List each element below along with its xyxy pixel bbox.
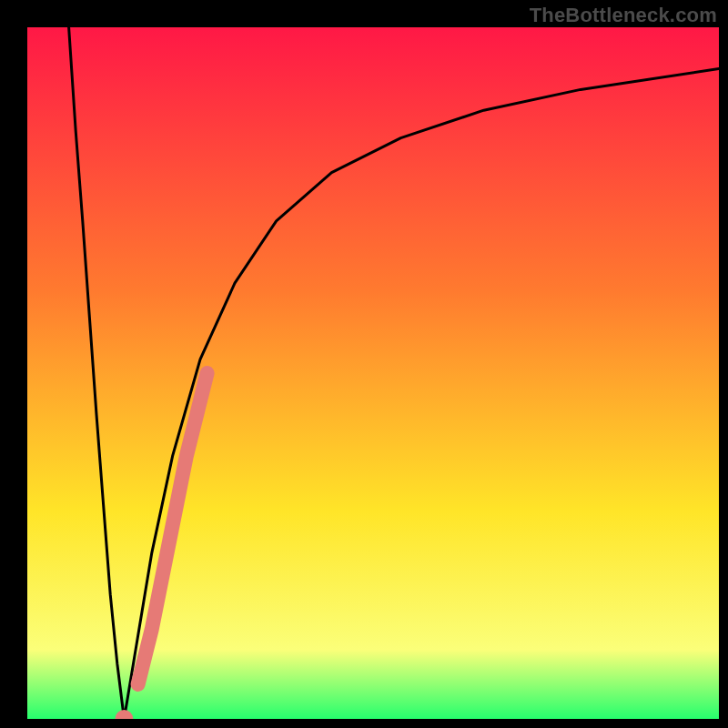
chart-frame: TheBottleneck.com: [0, 0, 728, 728]
watermark-label: TheBottleneck.com: [530, 4, 717, 27]
chart-svg: [27, 27, 719, 719]
gradient-background: [27, 27, 719, 719]
plot-area: [27, 27, 719, 719]
